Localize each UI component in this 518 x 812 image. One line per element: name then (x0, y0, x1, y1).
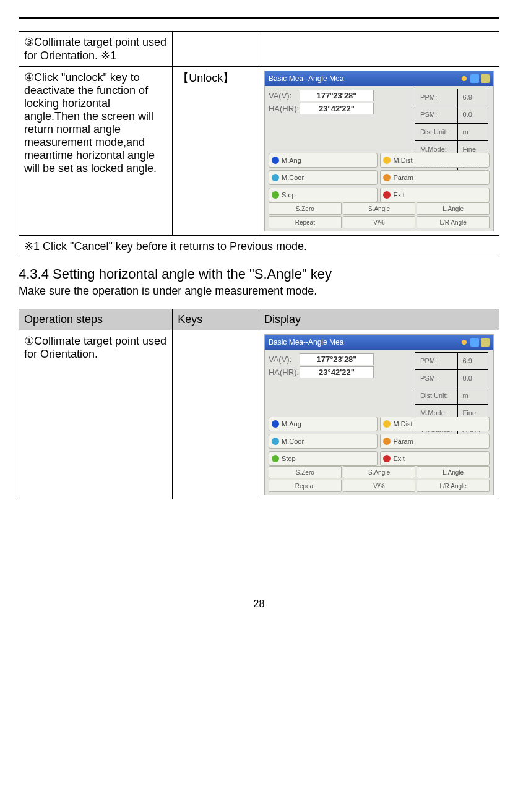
key-cell (173, 32, 259, 67)
stop-button[interactable]: Stop (269, 188, 378, 202)
device-titlebar: Basic Mea--Angle Mea (265, 71, 493, 86)
page-number: 28 (19, 598, 499, 610)
header-display: Display (259, 309, 499, 330)
ha-label: HA(HR): (269, 368, 300, 377)
bluetooth-icon (470, 338, 479, 347)
mang-label: M.Ang (282, 157, 301, 164)
circle-icon (383, 455, 391, 462)
bluetooth-icon (470, 74, 479, 83)
psm-label: PSM: (415, 369, 458, 387)
device-screenshot: Basic Mea--Angle Mea VA(V): 177°23'28" (264, 334, 494, 495)
page: ③Collimate target point used for Orienta… (0, 0, 518, 634)
table-row: ※1 Click "Cancel" key before it returns … (19, 236, 499, 257)
psm-label: PSM: (415, 106, 458, 123)
distunit-value: m (457, 123, 488, 140)
vpct-key[interactable]: V/% (343, 480, 416, 492)
mdist-label: M.Dist (393, 157, 412, 164)
step-cell: ③Collimate target point used for Orienta… (19, 32, 173, 67)
psm-value: 0.0 (457, 369, 488, 387)
step-cell: ④Click "unclock" key to deactivate the f… (19, 67, 173, 236)
stop-label: Stop (282, 191, 296, 199)
stop-label: Stop (282, 455, 296, 462)
va-value: 177°23'28" (300, 353, 374, 365)
circle-icon (272, 438, 279, 445)
device-keys: S.Zero S.Angle L.Angle Repeat V/% L/R An… (265, 466, 493, 492)
title-icons (460, 338, 490, 347)
device-buttons: M.Ang M.Dist M.Coor Param Stop Exit (265, 417, 493, 466)
psm-value: 0.0 (457, 106, 488, 123)
repeat-key[interactable]: Repeat (269, 216, 342, 228)
device-title: Basic Mea--Angle Mea (269, 338, 343, 347)
header-keys: Keys (173, 309, 259, 330)
szero-key[interactable]: S.Zero (269, 202, 342, 215)
display-cell: Basic Mea--Angle Mea VA(V): 177°23'28" (259, 330, 499, 499)
param-label: Param (393, 438, 413, 445)
ppm-value: 6.9 (457, 353, 488, 370)
repeat-key[interactable]: Repeat (269, 480, 342, 492)
section-heading: 4.3.4 Setting horizontal angle with the … (19, 266, 499, 282)
va-label: VA(V): (269, 91, 300, 100)
mcoor-button[interactable]: M.Coor (269, 170, 378, 185)
key-cell (173, 330, 259, 499)
table-row: ③Collimate target point used for Orienta… (19, 32, 499, 67)
device-screenshot: Basic Mea--Angle Mea VA(V): 177°23'28" (264, 71, 494, 231)
device-title: Basic Mea--Angle Mea (269, 74, 343, 83)
circle-icon (272, 174, 279, 181)
table-header-row: Operation steps Keys Display (19, 309, 499, 330)
circle-icon (272, 191, 279, 199)
mdist-button[interactable]: M.Dist (380, 153, 490, 168)
ppm-value: 6.9 (457, 89, 488, 106)
langle-key[interactable]: L.Angle (417, 466, 490, 478)
circle-icon (272, 420, 279, 428)
circle-icon (383, 191, 391, 199)
key-icon (481, 74, 490, 83)
lrangle-key[interactable]: L/R Angle (417, 480, 490, 492)
circle-icon (383, 157, 391, 164)
title-icons (460, 74, 490, 83)
mdist-label: M.Dist (393, 420, 412, 428)
exit-label: Exit (393, 455, 404, 462)
circle-icon (383, 438, 391, 445)
stop-button[interactable]: Stop (269, 451, 378, 466)
device-keys: S.Zero S.Angle L.Angle Repeat V/% L/R An… (265, 202, 493, 228)
szero-key[interactable]: S.Zero (269, 466, 342, 478)
circle-icon (383, 174, 391, 181)
param-button[interactable]: Param (380, 170, 490, 185)
mang-button[interactable]: M.Ang (269, 153, 378, 168)
gear-icon (460, 74, 468, 83)
mcoor-label: M.Coor (282, 174, 304, 181)
distunit-label: Dist Unit: (415, 387, 458, 404)
exit-button[interactable]: Exit (380, 451, 490, 466)
mdist-button[interactable]: M.Dist (380, 417, 490, 431)
distunit-label: Dist Unit: (415, 123, 458, 140)
ha-value: 23°42'22" (300, 366, 374, 378)
sangle-key[interactable]: S.Angle (343, 466, 416, 478)
note-cell: ※1 Click "Cancel" key before it returns … (19, 236, 499, 257)
mcoor-label: M.Coor (282, 438, 304, 445)
sangle-key[interactable]: S.Angle (343, 202, 416, 215)
mang-label: M.Ang (282, 420, 301, 428)
exit-button[interactable]: Exit (380, 188, 490, 202)
param-button[interactable]: Param (380, 434, 490, 449)
exit-label: Exit (393, 191, 404, 199)
circle-icon (383, 420, 391, 428)
ha-value: 23°42'22" (300, 103, 374, 114)
ha-label: HA(HR): (269, 104, 300, 113)
vpct-key[interactable]: V/% (343, 216, 416, 228)
lrangle-key[interactable]: L/R Angle (417, 216, 490, 228)
circle-icon (272, 157, 279, 164)
mang-button[interactable]: M.Ang (269, 417, 378, 431)
device-titlebar: Basic Mea--Angle Mea (265, 335, 493, 350)
table-unlock: ③Collimate target point used for Orienta… (19, 31, 499, 257)
display-cell (259, 32, 499, 67)
top-rule (19, 17, 499, 19)
va-label: VA(V): (269, 355, 300, 364)
langle-key[interactable]: L.Angle (417, 202, 490, 215)
circle-icon (272, 455, 279, 462)
table-row: ①Collimate target point used for Orienta… (19, 330, 499, 499)
step-cell: ①Collimate target point used for Orienta… (19, 330, 173, 499)
mcoor-button[interactable]: M.Coor (269, 434, 378, 449)
va-value: 177°23'28" (300, 90, 374, 102)
gear-icon (460, 338, 468, 347)
table-row: ④Click "unclock" key to deactivate the f… (19, 67, 499, 236)
